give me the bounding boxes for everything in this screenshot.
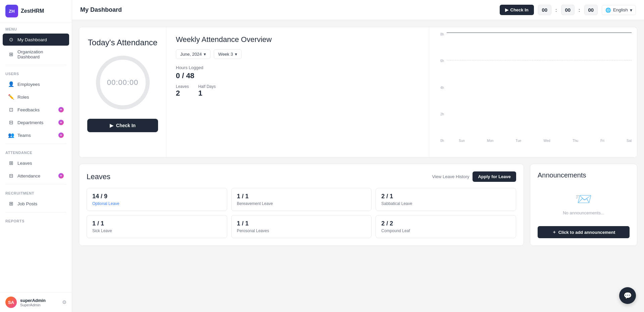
- roles-icon: ✏️: [8, 94, 14, 100]
- gear-icon[interactable]: ⚙: [62, 299, 66, 305]
- timer-minutes: 00: [561, 5, 575, 15]
- leaves-halfdays: Leaves 2 Half Days 1: [176, 84, 419, 98]
- no-ann-text: No announcements...: [563, 210, 604, 215]
- leave-card: 14 / 9 Optional Leave: [87, 188, 227, 211]
- chart-line-solid: [447, 33, 632, 33]
- page-title: My Dashboard: [80, 6, 122, 13]
- divider: [5, 184, 66, 185]
- y-label-6h: 6h: [440, 59, 444, 63]
- week-dropdown[interactable]: Week 3 ▾: [214, 49, 242, 59]
- attendance-icon: ⊟: [8, 173, 14, 179]
- lang-icon: 🌐: [605, 7, 611, 13]
- sidebar-item-label: Teams: [17, 133, 55, 138]
- user-info: superAdmin SuperAdmin: [20, 298, 59, 307]
- halfdays-count: 1: [198, 89, 216, 98]
- chart-x-labels: Sun Mon Tue Wed Thu Fri Sat: [459, 139, 632, 143]
- chat-icon: 💬: [624, 292, 632, 300]
- timer-colon-2: :: [579, 7, 580, 13]
- leave-count: 2 / 2: [381, 220, 510, 227]
- chevron-down-icon: ▾: [630, 7, 632, 13]
- timer-hours: 00: [538, 5, 551, 15]
- announcements-title: Announcements: [538, 171, 630, 179]
- x-label-sat: Sat: [627, 139, 632, 143]
- divider: [5, 144, 66, 144]
- chart-line-dashed: [447, 60, 632, 60]
- leaves-item: Leaves 2: [176, 84, 189, 98]
- x-label-mon: Mon: [487, 139, 493, 143]
- sidebar-item-label: Roles: [17, 95, 64, 100]
- y-label-4h: 4h: [440, 86, 444, 90]
- dashboard-icon: ⊙: [8, 37, 14, 43]
- sidebar-item-feedbacks[interactable]: ⊡ Feedbacks ✦: [3, 104, 69, 116]
- checkin-play-icon: ▶: [505, 7, 508, 12]
- leave-type: Sick Leave: [92, 228, 221, 233]
- sidebar-item-label: Employees: [17, 82, 64, 87]
- divider: [5, 212, 66, 212]
- leave-type: Compound Leaf: [381, 228, 510, 233]
- logo: ZH ZestHRM: [0, 0, 72, 22]
- logo-text: ZestHRM: [21, 8, 44, 14]
- language-selector[interactable]: 🌐 English ▾: [602, 5, 636, 15]
- x-label-tue: Tue: [515, 139, 521, 143]
- today-attendance-card: Today's Attendance 00:00:00 ▶ Check In: [79, 27, 166, 157]
- feedback-icon: ⊡: [8, 107, 14, 113]
- chevron-down-icon: ▾: [204, 52, 206, 57]
- header: My Dashboard ▶ Check In 00 : 00 : 00 🌐 E…: [72, 0, 644, 20]
- ai-badge: ✦: [58, 120, 64, 125]
- leave-card: 1 / 1 Sick Leave: [87, 215, 227, 238]
- leaves-actions: View Leave History Apply for Leave: [432, 171, 516, 182]
- view-history-link[interactable]: View Leave History: [432, 174, 469, 179]
- leave-count: 14 / 9: [92, 193, 221, 200]
- weekly-attendance-title: Weekly Attendance Overview: [176, 35, 419, 44]
- sidebar-item-org-dashboard[interactable]: ⊞ Organization Dashboard: [3, 46, 69, 62]
- add-announcement-button[interactable]: ＋ Click to add announcement: [538, 226, 630, 238]
- top-row: Today's Attendance 00:00:00 ▶ Check In W…: [79, 27, 637, 158]
- month-value: June, 2024: [180, 52, 202, 57]
- logo-icon: ZH: [5, 5, 18, 17]
- sidebar-item-label: Leaves: [17, 161, 64, 166]
- halfdays-item: Half Days 1: [198, 84, 216, 98]
- reports-section-label: REPORTS: [0, 214, 72, 225]
- month-dropdown[interactable]: June, 2024 ▾: [176, 49, 210, 59]
- x-label-sun: Sun: [459, 139, 465, 143]
- leave-card: 1 / 1 Bereavement Leave: [231, 188, 372, 211]
- apply-leave-button[interactable]: Apply for Leave: [473, 171, 516, 182]
- sidebar-item-attendance[interactable]: ⊟ Attendance ✦: [3, 170, 69, 182]
- sidebar-item-label: Organization Dashboard: [17, 49, 64, 59]
- ai-badge: ✦: [58, 107, 64, 112]
- sidebar-item-leaves[interactable]: ⊞ Leaves: [3, 157, 69, 169]
- sidebar-item-job-posts[interactable]: ⊞ Job Posts: [3, 198, 69, 210]
- today-checkin-button[interactable]: ▶ Check In: [87, 119, 158, 132]
- sidebar-footer: SA superAdmin SuperAdmin ⚙: [0, 292, 72, 312]
- leaves-header: Leaves View Leave History Apply for Leav…: [87, 171, 516, 182]
- chart-y-labels: 8h 6h 4h 2h 0h: [435, 33, 445, 143]
- departments-icon: ⊟: [8, 119, 14, 125]
- halfdays-label: Half Days: [198, 84, 216, 89]
- sidebar-item-teams[interactable]: 👥 Teams ✦: [3, 129, 69, 141]
- hours-value: 0 / 48: [176, 71, 419, 80]
- no-announcements: 📨 No announcements...: [538, 185, 630, 222]
- main: My Dashboard ▶ Check In 00 : 00 : 00 🌐 E…: [72, 0, 644, 312]
- users-section-label: USERS: [0, 67, 72, 78]
- leave-type: Optional Leave: [92, 201, 221, 206]
- leaves-icon: ⊞: [8, 160, 14, 166]
- chat-bubble[interactable]: 💬: [619, 287, 636, 304]
- sidebar: ZH ZestHRM MENU ⊙ My Dashboard ⊞ Organiz…: [0, 0, 72, 312]
- sidebar-item-roles[interactable]: ✏️ Roles: [3, 91, 69, 103]
- checkin-button[interactable]: ▶ Check In: [500, 5, 534, 15]
- leaves-label: Leaves: [176, 84, 189, 89]
- person-icon: 👤: [8, 81, 14, 87]
- job-icon: ⊞: [8, 201, 14, 207]
- leave-card: 2 / 1 Sabbatical Leave: [376, 188, 516, 211]
- bottom-row: Leaves View Leave History Apply for Leav…: [79, 164, 637, 246]
- play-icon: ▶: [110, 123, 113, 128]
- y-label-2h: 2h: [440, 112, 444, 116]
- week-value: Week 3: [218, 52, 233, 57]
- leave-type: Bereavement Leave: [237, 201, 366, 206]
- sidebar-item-departments[interactable]: ⊟ Departments ✦: [3, 116, 69, 128]
- y-label-8h: 8h: [440, 33, 444, 36]
- x-label-thu: Thu: [573, 139, 578, 143]
- leaves-section: Leaves View Leave History Apply for Leav…: [79, 164, 524, 246]
- sidebar-item-employees[interactable]: 👤 Employees: [3, 78, 69, 90]
- sidebar-item-my-dashboard[interactable]: ⊙ My Dashboard: [3, 34, 69, 46]
